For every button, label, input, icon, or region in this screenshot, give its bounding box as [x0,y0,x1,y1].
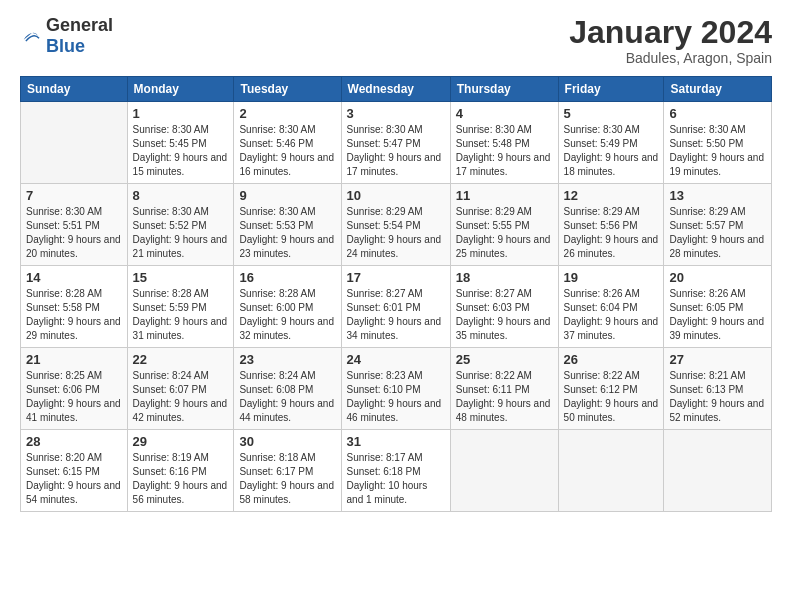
day-info: Sunrise: 8:30 AMSunset: 5:53 PMDaylight:… [239,205,335,261]
calendar-week-row: 14Sunrise: 8:28 AMSunset: 5:58 PMDayligh… [21,266,772,348]
table-row: 29Sunrise: 8:19 AMSunset: 6:16 PMDayligh… [127,430,234,512]
col-wednesday: Wednesday [341,77,450,102]
day-info: Sunrise: 8:26 AMSunset: 6:04 PMDaylight:… [564,287,659,343]
logo-blue: Blue [46,36,85,56]
table-row: 23Sunrise: 8:24 AMSunset: 6:08 PMDayligh… [234,348,341,430]
table-row: 7Sunrise: 8:30 AMSunset: 5:51 PMDaylight… [21,184,128,266]
table-row: 3Sunrise: 8:30 AMSunset: 5:47 PMDaylight… [341,102,450,184]
day-number: 1 [133,106,229,121]
day-number: 5 [564,106,659,121]
day-number: 10 [347,188,445,203]
table-row: 15Sunrise: 8:28 AMSunset: 5:59 PMDayligh… [127,266,234,348]
day-info: Sunrise: 8:29 AMSunset: 5:54 PMDaylight:… [347,205,445,261]
month-title: January 2024 [569,15,772,50]
logo-icon [20,25,42,47]
table-row: 25Sunrise: 8:22 AMSunset: 6:11 PMDayligh… [450,348,558,430]
table-row: 6Sunrise: 8:30 AMSunset: 5:50 PMDaylight… [664,102,772,184]
calendar-week-row: 7Sunrise: 8:30 AMSunset: 5:51 PMDaylight… [21,184,772,266]
day-info: Sunrise: 8:21 AMSunset: 6:13 PMDaylight:… [669,369,766,425]
page: General Blue January 2024 Badules, Arago… [0,0,792,612]
day-info: Sunrise: 8:22 AMSunset: 6:11 PMDaylight:… [456,369,553,425]
col-friday: Friday [558,77,664,102]
table-row: 26Sunrise: 8:22 AMSunset: 6:12 PMDayligh… [558,348,664,430]
logo-text: General Blue [46,15,113,57]
day-number: 3 [347,106,445,121]
day-info: Sunrise: 8:28 AMSunset: 5:59 PMDaylight:… [133,287,229,343]
calendar-header-row: Sunday Monday Tuesday Wednesday Thursday… [21,77,772,102]
day-number: 2 [239,106,335,121]
day-info: Sunrise: 8:29 AMSunset: 5:55 PMDaylight:… [456,205,553,261]
calendar-week-row: 1Sunrise: 8:30 AMSunset: 5:45 PMDaylight… [21,102,772,184]
table-row: 14Sunrise: 8:28 AMSunset: 5:58 PMDayligh… [21,266,128,348]
table-row: 10Sunrise: 8:29 AMSunset: 5:54 PMDayligh… [341,184,450,266]
table-row: 28Sunrise: 8:20 AMSunset: 6:15 PMDayligh… [21,430,128,512]
day-info: Sunrise: 8:24 AMSunset: 6:08 PMDaylight:… [239,369,335,425]
table-row: 8Sunrise: 8:30 AMSunset: 5:52 PMDaylight… [127,184,234,266]
day-number: 9 [239,188,335,203]
table-row: 4Sunrise: 8:30 AMSunset: 5:48 PMDaylight… [450,102,558,184]
day-info: Sunrise: 8:28 AMSunset: 6:00 PMDaylight:… [239,287,335,343]
col-monday: Monday [127,77,234,102]
day-number: 15 [133,270,229,285]
day-info: Sunrise: 8:30 AMSunset: 5:52 PMDaylight:… [133,205,229,261]
day-info: Sunrise: 8:30 AMSunset: 5:45 PMDaylight:… [133,123,229,179]
day-number: 19 [564,270,659,285]
day-info: Sunrise: 8:23 AMSunset: 6:10 PMDaylight:… [347,369,445,425]
day-number: 16 [239,270,335,285]
table-row: 20Sunrise: 8:26 AMSunset: 6:05 PMDayligh… [664,266,772,348]
day-number: 22 [133,352,229,367]
table-row: 17Sunrise: 8:27 AMSunset: 6:01 PMDayligh… [341,266,450,348]
day-number: 30 [239,434,335,449]
table-row: 2Sunrise: 8:30 AMSunset: 5:46 PMDaylight… [234,102,341,184]
day-number: 31 [347,434,445,449]
day-number: 20 [669,270,766,285]
table-row: 13Sunrise: 8:29 AMSunset: 5:57 PMDayligh… [664,184,772,266]
col-thursday: Thursday [450,77,558,102]
header: General Blue January 2024 Badules, Arago… [20,15,772,66]
table-row: 16Sunrise: 8:28 AMSunset: 6:00 PMDayligh… [234,266,341,348]
day-info: Sunrise: 8:27 AMSunset: 6:01 PMDaylight:… [347,287,445,343]
day-number: 8 [133,188,229,203]
table-row: 9Sunrise: 8:30 AMSunset: 5:53 PMDaylight… [234,184,341,266]
col-saturday: Saturday [664,77,772,102]
table-row: 12Sunrise: 8:29 AMSunset: 5:56 PMDayligh… [558,184,664,266]
day-info: Sunrise: 8:30 AMSunset: 5:47 PMDaylight:… [347,123,445,179]
day-number: 11 [456,188,553,203]
calendar-week-row: 28Sunrise: 8:20 AMSunset: 6:15 PMDayligh… [21,430,772,512]
day-info: Sunrise: 8:22 AMSunset: 6:12 PMDaylight:… [564,369,659,425]
calendar-table: Sunday Monday Tuesday Wednesday Thursday… [20,76,772,512]
table-row [21,102,128,184]
day-info: Sunrise: 8:29 AMSunset: 5:57 PMDaylight:… [669,205,766,261]
day-number: 17 [347,270,445,285]
table-row [558,430,664,512]
table-row: 27Sunrise: 8:21 AMSunset: 6:13 PMDayligh… [664,348,772,430]
day-info: Sunrise: 8:18 AMSunset: 6:17 PMDaylight:… [239,451,335,507]
location-subtitle: Badules, Aragon, Spain [569,50,772,66]
day-info: Sunrise: 8:29 AMSunset: 5:56 PMDaylight:… [564,205,659,261]
table-row: 31Sunrise: 8:17 AMSunset: 6:18 PMDayligh… [341,430,450,512]
table-row: 19Sunrise: 8:26 AMSunset: 6:04 PMDayligh… [558,266,664,348]
day-number: 29 [133,434,229,449]
col-sunday: Sunday [21,77,128,102]
col-tuesday: Tuesday [234,77,341,102]
day-info: Sunrise: 8:27 AMSunset: 6:03 PMDaylight:… [456,287,553,343]
day-info: Sunrise: 8:24 AMSunset: 6:07 PMDaylight:… [133,369,229,425]
day-info: Sunrise: 8:28 AMSunset: 5:58 PMDaylight:… [26,287,122,343]
calendar-week-row: 21Sunrise: 8:25 AMSunset: 6:06 PMDayligh… [21,348,772,430]
logo: General Blue [20,15,113,57]
table-row: 18Sunrise: 8:27 AMSunset: 6:03 PMDayligh… [450,266,558,348]
day-info: Sunrise: 8:17 AMSunset: 6:18 PMDaylight:… [347,451,445,507]
day-number: 26 [564,352,659,367]
table-row: 5Sunrise: 8:30 AMSunset: 5:49 PMDaylight… [558,102,664,184]
day-number: 28 [26,434,122,449]
day-number: 12 [564,188,659,203]
day-number: 25 [456,352,553,367]
day-number: 14 [26,270,122,285]
table-row: 21Sunrise: 8:25 AMSunset: 6:06 PMDayligh… [21,348,128,430]
table-row: 1Sunrise: 8:30 AMSunset: 5:45 PMDaylight… [127,102,234,184]
day-number: 27 [669,352,766,367]
table-row: 11Sunrise: 8:29 AMSunset: 5:55 PMDayligh… [450,184,558,266]
day-info: Sunrise: 8:20 AMSunset: 6:15 PMDaylight:… [26,451,122,507]
day-number: 13 [669,188,766,203]
table-row [450,430,558,512]
